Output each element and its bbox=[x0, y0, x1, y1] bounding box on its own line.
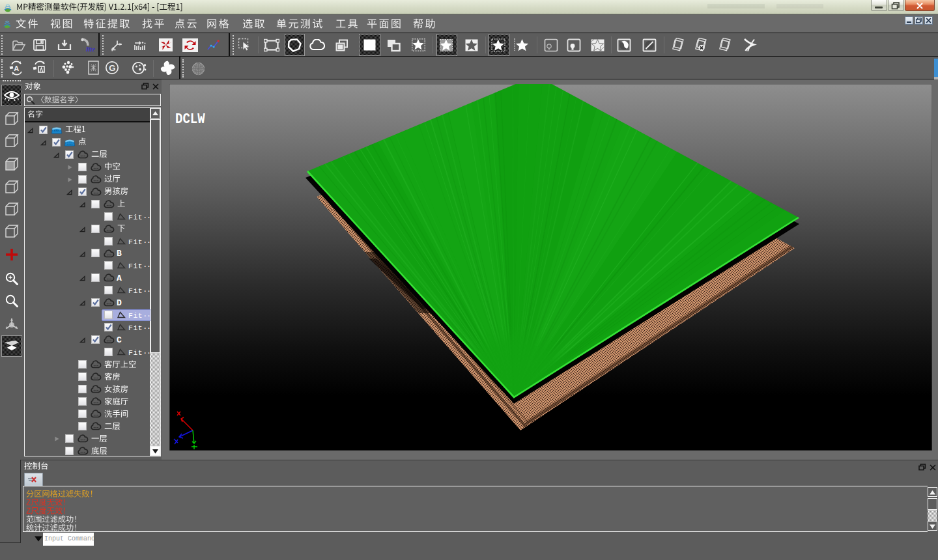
svg-text:A: A bbox=[14, 64, 19, 72]
svg-text:lite: lite bbox=[86, 45, 95, 53]
svg-text:G: G bbox=[109, 63, 115, 73]
